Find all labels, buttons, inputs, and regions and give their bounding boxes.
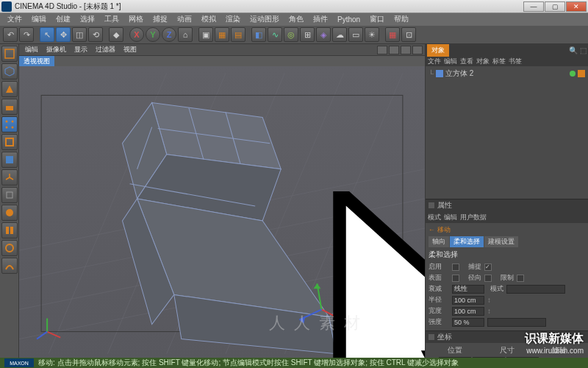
edges-mode-icon[interactable] bbox=[1, 134, 18, 150]
vp-menu-edit[interactable]: 编辑 bbox=[21, 44, 42, 55]
mode-field[interactable] bbox=[506, 285, 565, 294]
vp-menu-filter[interactable]: 过滤器 bbox=[92, 44, 119, 55]
menu-python[interactable]: Python bbox=[333, 15, 365, 24]
titlebar: CINEMA 4D Studio - [未标题 1 *] — ▢ ✕ bbox=[0, 0, 588, 13]
misc1-icon[interactable] bbox=[1, 222, 18, 238]
menu-plugins[interactable]: 插件 bbox=[309, 13, 332, 25]
axis-icon[interactable] bbox=[1, 169, 18, 185]
menu-sim[interactable]: 模拟 bbox=[197, 13, 220, 25]
status-bar: MAXON 移动: 点击并拖动鼠标移动元素; 按住 SHIFT 键量化移动; 节… bbox=[0, 358, 588, 368]
render-settings[interactable]: ▤ bbox=[231, 27, 245, 42]
select-tool[interactable]: ↖ bbox=[40, 27, 54, 42]
om-obj[interactable]: 对象 bbox=[476, 57, 490, 66]
menu-tools[interactable]: 工具 bbox=[100, 13, 123, 25]
model-mode-icon[interactable] bbox=[1, 63, 18, 79]
coord-system[interactable]: ⌂ bbox=[178, 27, 193, 42]
polys-mode-icon[interactable] bbox=[1, 152, 18, 168]
attributes-header: 属性 bbox=[426, 199, 588, 211]
object-list[interactable]: └ 立方体 2 bbox=[426, 66, 588, 199]
last-tool[interactable]: ◆ bbox=[109, 27, 123, 42]
radius-field[interactable]: 100 cm bbox=[452, 296, 484, 305]
enable-checkbox[interactable] bbox=[452, 263, 459, 271]
visibility-dot[interactable] bbox=[570, 71, 576, 77]
svg-rect-2 bbox=[6, 106, 13, 110]
menu-select[interactable]: 选择 bbox=[76, 13, 99, 25]
viewport-tab[interactable]: 透视视图 bbox=[19, 56, 54, 66]
vp-nav2-icon[interactable] bbox=[389, 46, 399, 54]
axis-y-toggle[interactable]: Y bbox=[146, 27, 160, 42]
vp-menu-camera[interactable]: 摄像机 bbox=[43, 44, 70, 55]
subtab-axis[interactable]: 轴向 bbox=[429, 236, 449, 247]
menu-char[interactable]: 角色 bbox=[284, 13, 308, 25]
menu-mograph[interactable]: 运动图形 bbox=[245, 13, 284, 25]
attr-edit[interactable]: 编辑 bbox=[444, 213, 457, 222]
minimize-button[interactable]: — bbox=[523, 1, 544, 12]
vp-nav1-icon[interactable] bbox=[377, 46, 387, 54]
viewport: 编辑 摄像机 显示 过滤器 视图 透视视图 bbox=[19, 44, 425, 361]
snap-icon[interactable] bbox=[1, 187, 18, 203]
subtab-modeling[interactable]: 建模设置 bbox=[484, 236, 518, 247]
vp-nav4-icon[interactable] bbox=[412, 46, 423, 54]
editable-icon[interactable] bbox=[1, 46, 18, 62]
menu-edit[interactable]: 编辑 bbox=[27, 13, 51, 25]
maximize-button[interactable]: ▢ bbox=[545, 1, 565, 12]
workplane-icon[interactable] bbox=[1, 99, 18, 115]
add-generator[interactable]: ⊞ bbox=[300, 27, 315, 42]
axis-x-toggle[interactable]: X bbox=[129, 27, 144, 42]
attr-mode[interactable]: 模式 bbox=[428, 213, 441, 222]
misc3-icon[interactable] bbox=[1, 258, 18, 274]
add-nurbs[interactable]: ◎ bbox=[284, 27, 298, 42]
axis-z-toggle[interactable]: Z bbox=[162, 27, 176, 42]
om-edit[interactable]: 编辑 bbox=[444, 57, 457, 66]
tab-objects[interactable]: 对象 bbox=[427, 44, 449, 57]
add-cube[interactable]: ◧ bbox=[251, 27, 266, 42]
snap-checkbox[interactable] bbox=[484, 263, 492, 271]
phong-tag-icon[interactable] bbox=[578, 70, 585, 77]
menu-render[interactable]: 渲染 bbox=[221, 13, 245, 25]
strength-field[interactable]: 50 % bbox=[452, 318, 484, 327]
search-icon[interactable]: 🔍 bbox=[569, 46, 578, 54]
tweak-icon[interactable] bbox=[1, 205, 18, 221]
subtab-softsel[interactable]: 柔和选择 bbox=[450, 236, 484, 247]
object-name: 立方体 2 bbox=[445, 68, 473, 79]
add-spline[interactable]: ∿ bbox=[268, 27, 282, 42]
scale-tool[interactable]: ◫ bbox=[72, 27, 87, 42]
points-mode-icon[interactable] bbox=[1, 116, 18, 132]
add-light[interactable]: ☀ bbox=[365, 27, 379, 42]
render-region[interactable]: ▦ bbox=[215, 27, 229, 42]
attr-userdata[interactable]: 用户数据 bbox=[460, 213, 487, 222]
add-deformer[interactable]: ◈ bbox=[316, 27, 331, 42]
misc2-icon[interactable] bbox=[1, 240, 18, 256]
texture-mode-icon[interactable] bbox=[1, 81, 18, 97]
add-camera[interactable]: ▭ bbox=[348, 27, 363, 42]
undo-button[interactable]: ↶ bbox=[3, 27, 18, 42]
menu-help[interactable]: 帮助 bbox=[390, 13, 413, 25]
om-file[interactable]: 文件 bbox=[428, 57, 441, 66]
close-button[interactable]: ✕ bbox=[566, 1, 587, 12]
vp-menu-view[interactable]: 视图 bbox=[120, 44, 140, 55]
menu-anim[interactable]: 动画 bbox=[173, 13, 196, 25]
vp-menu-display[interactable]: 显示 bbox=[71, 44, 91, 55]
menu-window[interactable]: 窗口 bbox=[365, 13, 389, 25]
falloff-field[interactable]: 线性 bbox=[452, 285, 484, 294]
obj-manager-menu: 文件 编辑 查看 对象 标签 书签 bbox=[426, 57, 588, 66]
redo-button[interactable]: ↷ bbox=[19, 27, 34, 42]
layout-button[interactable]: ▦ bbox=[385, 27, 400, 42]
vp-nav3-icon[interactable] bbox=[401, 46, 411, 54]
menu-create[interactable]: 创建 bbox=[51, 13, 75, 25]
object-item-cube[interactable]: └ 立方体 2 bbox=[427, 68, 587, 79]
om-bookmarks[interactable]: 书签 bbox=[509, 57, 522, 66]
render-view[interactable]: ▣ bbox=[198, 27, 213, 42]
menu-file[interactable]: 文件 bbox=[3, 13, 26, 25]
viewport-canvas[interactable]: 人 人 素 材 bbox=[19, 66, 425, 361]
om-tags[interactable]: 标签 bbox=[492, 57, 506, 66]
move-tool[interactable]: ✥ bbox=[56, 27, 71, 42]
menu-snap[interactable]: 捕捉 bbox=[148, 13, 172, 25]
menu-mesh[interactable]: 网格 bbox=[124, 13, 148, 25]
om-view[interactable]: 查看 bbox=[460, 57, 473, 66]
svg-marker-1 bbox=[6, 85, 13, 93]
layout2-button[interactable]: ⊡ bbox=[401, 27, 416, 42]
add-environment[interactable]: ☁ bbox=[332, 27, 347, 42]
width-field[interactable]: 100 cm bbox=[452, 307, 484, 316]
rotate-tool[interactable]: ⟲ bbox=[88, 27, 103, 42]
